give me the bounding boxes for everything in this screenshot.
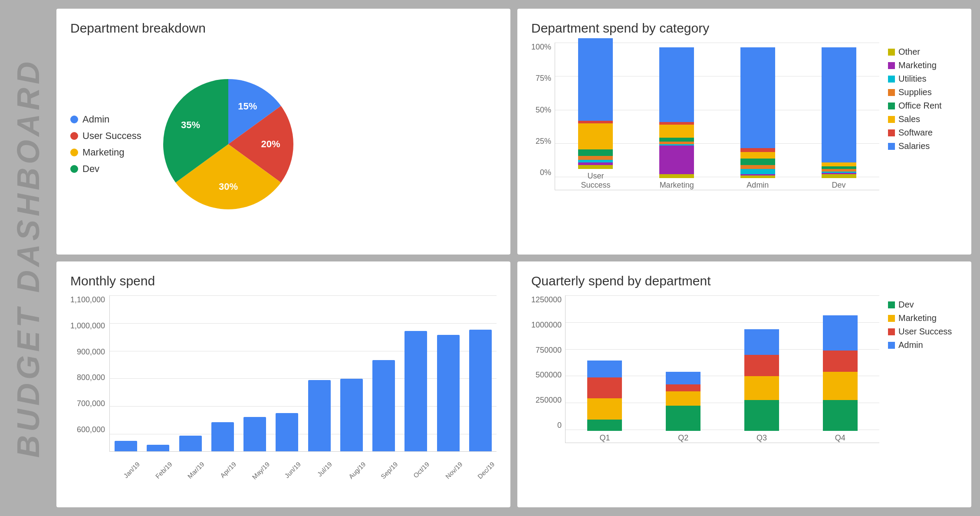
bar-segment	[740, 152, 775, 159]
pie-legend-item: User Success	[70, 130, 141, 142]
pie-slice-label: 30%	[219, 181, 238, 192]
quarterly-legend-item: Admin	[888, 340, 957, 350]
monthly-bar	[147, 445, 169, 451]
quarterly-legend-sq	[888, 301, 895, 308]
pie-slice-label: 20%	[261, 139, 280, 149]
legend-sq	[888, 143, 895, 150]
quarterly-legend-item: Marketing	[888, 313, 957, 323]
sidebar-title: BUDGET DASHBOARD	[10, 58, 46, 458]
quarterly-bar-segment	[744, 355, 779, 376]
monthly-spend-content: 1,100,0001,000,000900,000800,000700,0006…	[70, 295, 497, 499]
quarterly-bar-segment	[587, 420, 622, 431]
dept-spend-chart-area: 100%75%50%25%0% UserSuccessMarketingAdmi…	[531, 43, 879, 246]
monthly-bar	[243, 417, 266, 451]
monthly-bar-group: Jun/19	[271, 312, 303, 451]
dept-legend-item: Utilities	[888, 74, 957, 84]
bar-segment	[578, 38, 613, 120]
bar-x-label: UserSuccess	[581, 172, 610, 190]
monthly-bar	[404, 331, 427, 451]
quarterly-bar-segment	[587, 398, 622, 420]
quarterly-legend-label: User Success	[898, 327, 952, 337]
monthly-grid-line	[110, 295, 497, 296]
legend-sq	[888, 49, 895, 56]
quarterly-bars-area: Q1Q2Q3Q4	[565, 295, 879, 443]
dept-legend-item: Supplies	[888, 87, 957, 97]
monthly-x-label: Sep/19	[379, 460, 399, 480]
dept-y-label: 100%	[531, 43, 551, 52]
quarterly-bar-segment	[744, 376, 779, 400]
legend-sq	[888, 116, 895, 123]
pie-chart-card: Department breakdown AdminUser SuccessMa…	[56, 9, 510, 255]
monthly-bar-group: Jan/19	[110, 312, 142, 451]
bar-segment	[659, 138, 694, 142]
bar-group: Marketing	[636, 55, 717, 190]
quarterly-content: 125000010000007500005000002500000 Q1Q2Q3…	[531, 295, 957, 499]
dept-y-label: 0%	[531, 168, 551, 177]
monthly-bar-group: Nov/19	[432, 312, 464, 451]
quarterly-y-label: 500000	[531, 370, 562, 380]
legend-dot	[70, 132, 78, 140]
monthly-x-label: Apr/19	[219, 460, 237, 479]
quarterly-bar-segment	[823, 372, 858, 400]
monthly-spend-title: Monthly spend	[70, 274, 497, 288]
monthly-y-labels: 1,100,0001,000,000900,000800,000700,0006…	[70, 295, 105, 452]
bar-x-label: Admin	[747, 181, 769, 190]
monthly-y-label: 600,000	[77, 425, 105, 434]
quarterly-bar-segment	[587, 361, 622, 377]
monthly-bar-group: Dec/19	[464, 312, 497, 451]
monthly-bar	[211, 422, 234, 451]
monthly-x-label: Oct/19	[412, 460, 431, 479]
legend-dot	[70, 116, 78, 123]
legend-label: Dev	[82, 163, 99, 175]
quarterly-bar-segment	[666, 406, 700, 431]
quarterly-bar-segment	[823, 315, 858, 351]
monthly-bars-area: Jan/19Feb/19Mar/19Apr/19May/19Jun/19Jul/…	[109, 295, 497, 452]
monthly-y-label: 900,000	[77, 347, 105, 357]
quarterly-legend-sq	[888, 315, 895, 322]
sidebar: BUDGET DASHBOARD	[0, 0, 56, 516]
legend-label: Supplies	[898, 87, 932, 97]
monthly-y-label: 800,000	[77, 373, 105, 382]
bar-segment	[659, 125, 694, 138]
dept-legend-item: Office Rent	[888, 101, 957, 111]
monthly-bar	[372, 360, 395, 451]
monthly-bar	[276, 413, 298, 451]
quarterly-x-label: Q2	[678, 433, 688, 443]
quarterly-bar-group: Q2	[644, 308, 723, 443]
legend-label: Admin	[82, 114, 109, 125]
quarterly-grid-line	[566, 295, 879, 296]
pie-slice-label: 35%	[181, 119, 200, 130]
dept-spend-title: Department spend by category	[531, 21, 957, 36]
bar-segment	[659, 174, 694, 178]
legend-sq	[888, 62, 895, 69]
quarterly-legend-label: Marketing	[898, 313, 937, 323]
legend-sq	[888, 89, 895, 96]
quarterly-y-label: 1250000	[531, 295, 562, 304]
legend-label: Sales	[898, 114, 920, 124]
bar-segment	[740, 165, 775, 169]
dept-legend-item: Salaries	[888, 141, 957, 151]
legend-label: Office Rent	[898, 101, 942, 111]
bar-segment	[822, 162, 856, 166]
monthly-bar-group: Oct/19	[400, 312, 432, 451]
legend-sq	[888, 129, 895, 136]
bar-segment	[659, 146, 694, 174]
dept-spend-card: Department spend by category 100%75%50%2…	[517, 9, 971, 255]
dept-legend-item: Sales	[888, 114, 957, 124]
dept-y-label: 50%	[531, 106, 551, 115]
quarterly-x-label: Q4	[835, 433, 845, 443]
bar-x-label: Dev	[832, 181, 846, 190]
pie-legend-item: Marketing	[70, 147, 141, 158]
legend-sq	[888, 76, 895, 83]
quarterly-x-label: Q3	[756, 433, 767, 443]
pie-chart-title: Department breakdown	[70, 21, 497, 36]
monthly-bar-group: May/19	[239, 312, 271, 451]
quarterly-y-label: 1000000	[531, 321, 562, 330]
quarterly-bar-segment	[823, 351, 858, 372]
quarterly-bar-group: Q3	[723, 308, 801, 443]
dept-legend-item: Software	[888, 128, 957, 138]
monthly-x-label: Aug/19	[347, 460, 367, 480]
legend-label: User Success	[82, 130, 141, 142]
bar-segment	[740, 47, 775, 148]
bar-segment	[578, 123, 613, 149]
